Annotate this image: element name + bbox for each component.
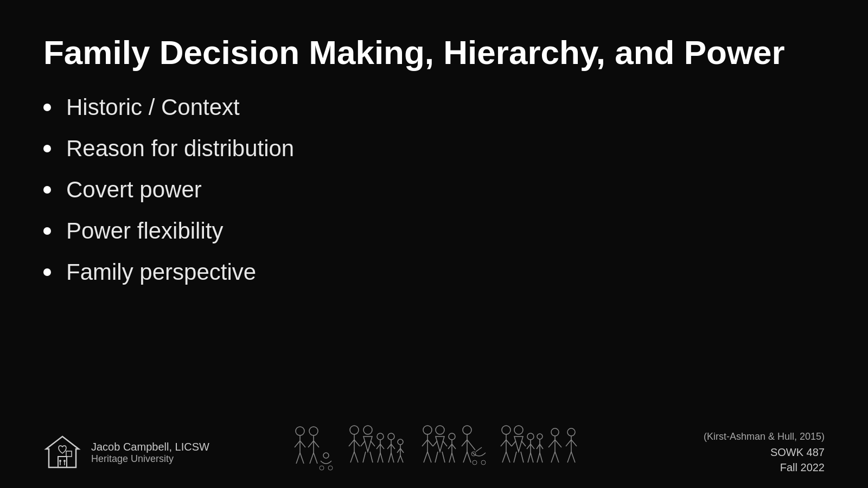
svg-line-30 (371, 441, 375, 446)
svg-point-33 (377, 433, 384, 440)
course-info: SOWK 487 Fall 2022 (770, 445, 825, 475)
svg-line-61 (442, 452, 445, 463)
svg-point-68 (463, 426, 471, 434)
svg-point-3 (59, 460, 61, 462)
list-item: Reason for distribution (43, 136, 825, 162)
svg-line-104 (555, 440, 561, 447)
svg-line-18 (314, 453, 317, 464)
svg-line-70 (462, 440, 467, 446)
svg-line-10 (300, 441, 305, 447)
svg-rect-2 (66, 451, 72, 457)
footer: Jacob Campbell, LICSW Heritage Universit… (0, 418, 868, 488)
bullet-list: Historic / Context Reason for distributi… (43, 94, 825, 285)
svg-line-48 (400, 448, 404, 453)
bullet-dot (43, 227, 51, 235)
university-name: Heritage University (91, 453, 209, 465)
svg-line-83 (506, 452, 510, 463)
svg-line-29 (361, 441, 365, 446)
bullet-dot (43, 186, 51, 194)
footer-center (209, 420, 673, 485)
svg-point-45 (398, 439, 403, 445)
svg-line-100 (540, 453, 542, 463)
footer-right: (Kirst-Ashman & Hull, 2015) SOWK 487 Fal… (673, 431, 825, 475)
svg-line-36 (380, 444, 384, 449)
svg-point-95 (537, 434, 542, 439)
svg-point-84 (514, 426, 523, 434)
bullet-text: Power flexibility (66, 218, 223, 244)
bullet-text: Covert power (66, 177, 202, 203)
svg-line-49 (398, 455, 400, 463)
svg-line-38 (380, 453, 383, 463)
svg-point-107 (567, 428, 575, 436)
svg-line-41 (387, 444, 391, 449)
svg-line-92 (531, 444, 534, 449)
svg-line-15 (308, 441, 314, 447)
svg-line-43 (388, 453, 391, 463)
svg-point-101 (551, 428, 559, 436)
svg-point-19 (323, 453, 329, 458)
svg-line-91 (527, 444, 531, 449)
svg-line-98 (540, 444, 543, 449)
svg-point-5 (63, 460, 66, 462)
svg-line-9 (295, 441, 300, 447)
svg-line-37 (378, 453, 380, 463)
svg-line-73 (467, 452, 471, 463)
citation-text: (Kirst-Ashman & Hull, 2015) (704, 431, 825, 442)
svg-line-53 (422, 440, 427, 446)
svg-point-57 (436, 426, 444, 434)
svg-line-87 (514, 452, 516, 463)
svg-rect-1 (58, 457, 67, 467)
svg-line-17 (310, 453, 314, 464)
svg-point-76 (473, 460, 477, 465)
svg-point-89 (527, 433, 534, 440)
svg-line-94 (531, 453, 533, 463)
svg-line-32 (370, 452, 373, 463)
svg-line-85 (512, 441, 516, 446)
svg-line-75 (476, 447, 482, 452)
list-item: Historic / Context (43, 94, 825, 120)
svg-line-25 (354, 440, 360, 446)
svg-line-42 (391, 444, 395, 449)
svg-line-24 (349, 440, 354, 446)
bullet-text: Historic / Context (66, 94, 240, 120)
svg-line-44 (391, 453, 394, 463)
course-term: Fall 2022 (780, 461, 825, 473)
svg-line-47 (397, 448, 400, 453)
course-code: SOWK 487 (770, 446, 825, 458)
svg-point-7 (296, 427, 304, 435)
slide: Family Decision Making, Hierarchy, and P… (0, 0, 868, 488)
svg-line-67 (452, 453, 455, 463)
footer-left: Jacob Campbell, LICSW Heritage Universit… (43, 434, 209, 472)
svg-line-88 (521, 452, 524, 463)
svg-line-80 (501, 440, 506, 446)
svg-line-60 (435, 452, 438, 463)
svg-point-20 (320, 466, 324, 470)
svg-line-56 (427, 452, 431, 463)
svg-line-111 (567, 452, 571, 463)
svg-line-97 (537, 444, 540, 449)
svg-point-39 (388, 433, 394, 440)
svg-line-112 (571, 452, 575, 463)
svg-line-54 (427, 440, 433, 446)
svg-line-59 (443, 441, 447, 446)
bullet-text: Family perspective (66, 259, 256, 285)
svg-line-66 (449, 453, 452, 463)
svg-point-51 (423, 426, 432, 434)
svg-line-50 (400, 455, 403, 463)
svg-line-110 (571, 440, 577, 446)
svg-line-35 (376, 444, 380, 449)
svg-line-11 (296, 453, 300, 464)
svg-line-16 (314, 441, 319, 447)
list-item: Covert power (43, 177, 825, 203)
svg-line-71 (467, 440, 475, 450)
svg-marker-0 (46, 436, 79, 467)
svg-line-55 (424, 452, 427, 463)
svg-point-21 (328, 466, 333, 470)
svg-point-13 (309, 427, 318, 435)
svg-line-26 (350, 452, 354, 463)
svg-line-58 (433, 441, 437, 446)
bullet-dot (43, 104, 51, 111)
svg-line-109 (566, 440, 571, 446)
svg-line-99 (537, 453, 540, 463)
svg-line-64 (448, 444, 452, 449)
